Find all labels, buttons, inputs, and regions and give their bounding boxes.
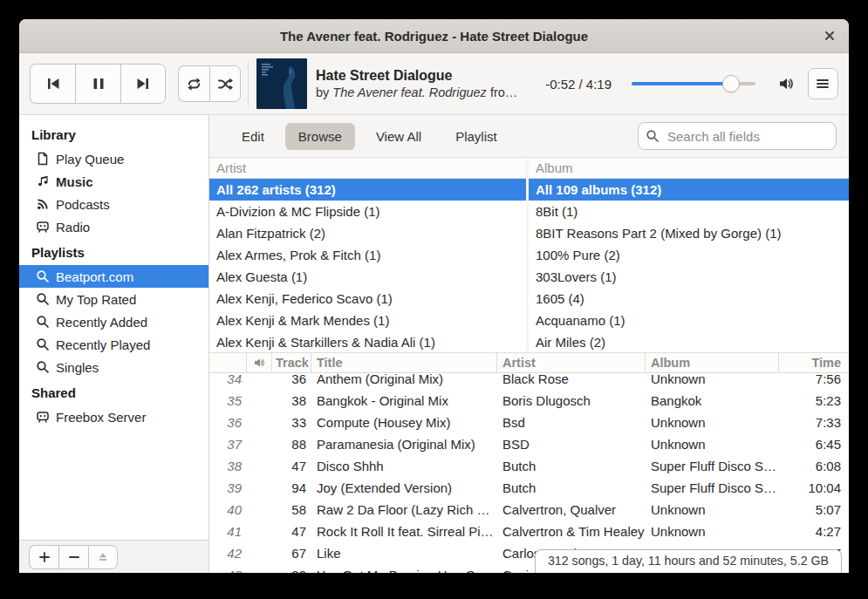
playlist-action-buttons (29, 545, 118, 569)
seek-slider[interactable] (632, 75, 755, 92)
sidebar-item-recently-added[interactable]: Recently Added (19, 310, 208, 333)
artist-row[interactable]: Alex Kenji, Federico Scavo (1) (209, 288, 526, 310)
artist-row[interactable]: All 262 artists (312) (209, 179, 526, 201)
search-icon (36, 315, 50, 329)
add-playlist-button[interactable] (29, 545, 58, 569)
track-row[interactable]: 3994Joy (Extended Version)ButchSuper Flu… (209, 477, 849, 499)
seek-handle[interactable] (722, 75, 740, 92)
track-title: You Got Me Burning Up - Sun… (311, 568, 497, 573)
tab-edit[interactable]: Edit (229, 123, 277, 150)
album-row[interactable]: Air Miles (2) (529, 331, 849, 352)
next-button[interactable] (120, 64, 166, 104)
sidebar-item-music[interactable]: Music (19, 170, 208, 193)
pause-button[interactable] (75, 64, 120, 104)
search-box[interactable] (638, 122, 837, 150)
tab-view-all[interactable]: View All (363, 123, 434, 150)
artist-row[interactable]: Alex Armes, Prok & Fitch (1) (209, 244, 526, 266)
track-time: 6:08 (779, 459, 849, 473)
artist-row[interactable]: A-Divizion & MC Flipside (1) (209, 201, 526, 222)
album-row[interactable]: 303Lovers (1) (529, 266, 849, 288)
album-row[interactable]: 8BIT Reasons Part 2 (Mixed by Gorge) (1) (529, 222, 849, 244)
track-number: 38 (272, 393, 311, 408)
sidebar-item-beatport-com[interactable]: Beatport.com (19, 265, 208, 288)
track-row-number: 38 (209, 459, 247, 473)
artist-album-browser: Artist All 262 artists (312)A-Divizion &… (209, 158, 849, 353)
sidebar-item-label: Music (56, 174, 93, 189)
previous-button[interactable] (30, 64, 75, 104)
artist-column-header[interactable]: Artist (209, 158, 526, 179)
skip-forward-icon (134, 75, 152, 92)
sidebar-item-label: Recently Added (56, 315, 147, 330)
artist-row[interactable]: Alex Guesta (1) (209, 266, 526, 288)
search-input[interactable] (666, 128, 829, 145)
menu-button[interactable] (808, 68, 838, 99)
album-column-header-track[interactable]: Album (646, 353, 779, 372)
track-row-number: 41 (209, 524, 247, 539)
artist-list: All 262 artists (312)A-Divizion & MC Fli… (209, 179, 526, 352)
track-column-header[interactable]: Track (272, 353, 311, 372)
track-row[interactable]: 3633Compute (Housey Mix)BsdUnknown7:33 (209, 412, 849, 433)
sidebar-item-podcasts[interactable]: Podcasts (19, 193, 208, 215)
track-number: 94 (272, 480, 311, 495)
repeat-button[interactable] (178, 65, 209, 102)
artist-column-header-track[interactable]: Artist (497, 353, 646, 372)
album-row[interactable]: Acquanamo (1) (529, 310, 849, 331)
shuffle-button[interactable] (209, 65, 241, 102)
tab-browse[interactable]: Browse (285, 123, 355, 150)
row-number-column-header[interactable] (209, 353, 247, 372)
close-button[interactable] (819, 25, 840, 46)
track-number: 47 (272, 524, 311, 539)
title-column-header[interactable]: Title (311, 353, 497, 372)
titlebar[interactable]: The Avener feat. Rodriguez - Hate Street… (19, 19, 849, 53)
player-toolbar: Hate Street Dialogue by The Avener feat.… (19, 53, 849, 115)
track-number: 47 (272, 459, 311, 473)
sidebar-item-my-top-rated[interactable]: My Top Rated (19, 288, 208, 310)
artist-row[interactable]: Alex Kenji & Mark Mendes (1) (209, 310, 526, 331)
tab-playlist[interactable]: Playlist (442, 123, 510, 150)
track-title: Disco Shhh (311, 459, 497, 473)
search-icon (646, 129, 660, 143)
album-row[interactable]: 100% Pure (2) (529, 244, 849, 266)
track-row[interactable]: 3847Disco ShhhButchSuper Fluff Disco Stu… (209, 455, 849, 477)
track-row-number: 36 (209, 415, 247, 430)
track-row[interactable]: 3538Bangkok - Original MixBoris Dlugosch… (209, 390, 849, 412)
album-row[interactable]: 8Bit (1) (529, 201, 849, 222)
track-row-number: 40 (209, 502, 247, 517)
artist-row[interactable]: Alex Kenji & Starkillers & Nadia Ali (1) (209, 331, 526, 352)
sidebar-item-label: Podcasts (56, 197, 110, 212)
track-artist: Black Rose (497, 371, 646, 386)
album-row[interactable]: 1605 (4) (529, 288, 849, 310)
volume-button[interactable] (775, 72, 796, 95)
track-row[interactable]: 3788Paramanesia (Original Mix)BSDUnknown… (209, 433, 849, 455)
play-queue-icon (36, 152, 50, 166)
time-column-header[interactable]: Time (779, 353, 849, 372)
track-number: 36 (272, 371, 311, 386)
track-number: 33 (272, 415, 311, 430)
sidebar-item-recently-played[interactable]: Recently Played (19, 333, 208, 356)
remove-playlist-button[interactable] (58, 545, 88, 569)
track-row[interactable]: 4147Rock It Roll It feat. Sirreal Pip…Ca… (209, 521, 849, 542)
album-column-header[interactable]: Album (529, 158, 849, 179)
track-title: Joy (Extended Version) (311, 480, 497, 495)
album-pane: Album All 109 albums (312)8Bit (1)8BIT R… (529, 158, 849, 352)
track-time: 7:56 (779, 371, 849, 386)
repeat-icon (186, 76, 202, 92)
add-icon (38, 550, 51, 564)
track-time: 10:04 (779, 480, 849, 495)
sidebar-item-freebox-server[interactable]: Freebox Server (19, 405, 208, 428)
track-title: Compute (Housey Mix) (311, 415, 497, 430)
sidebar: LibraryPlay QueueMusicPodcastsRadioPlayl… (19, 115, 209, 573)
sidebar-item-singles[interactable]: Singles (19, 356, 208, 378)
track-title: Raw 2 Da Floor (Lazy Rich Re… (311, 502, 497, 517)
sidebar-item-radio[interactable]: Radio (19, 215, 208, 238)
speaker-icon (253, 357, 265, 369)
playing-column-header[interactable] (247, 353, 272, 372)
album-row[interactable]: All 109 albums (312) (529, 179, 849, 201)
skip-backward-icon (44, 75, 62, 92)
track-row[interactable]: 4058Raw 2 Da Floor (Lazy Rich Re…Calvert… (209, 499, 849, 521)
search-icon (36, 269, 50, 283)
track-artist: Calvertron & Tim Healey (497, 524, 646, 539)
eject-playlist-button[interactable] (88, 545, 118, 569)
sidebar-item-play-queue[interactable]: Play Queue (19, 147, 208, 170)
artist-row[interactable]: Alan Fitzpatrick (2) (209, 222, 526, 244)
